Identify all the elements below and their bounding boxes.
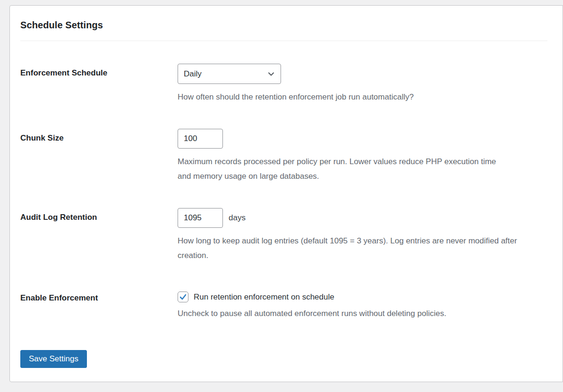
- checkmark-icon: [179, 293, 187, 301]
- title-divider: [20, 41, 547, 41]
- audit-log-retention-label: Audit Log Retention: [20, 208, 178, 222]
- enable-enforcement-label: Enable Enforcement: [20, 290, 178, 303]
- enable-enforcement-checkbox-row[interactable]: Run retention enforcement on schedule: [178, 290, 547, 302]
- enable-enforcement-checkbox-label[interactable]: Run retention enforcement on schedule: [194, 292, 334, 302]
- audit-log-retention-input[interactable]: [178, 208, 223, 228]
- schedule-settings-card: Schedule Settings Enforcement Schedule D…: [9, 5, 563, 382]
- days-suffix-label: days: [229, 213, 246, 223]
- enable-enforcement-help: Uncheck to pause all automated enforceme…: [178, 306, 547, 321]
- page-title: Schedule Settings: [20, 20, 547, 31]
- chunk-size-label: Chunk Size: [20, 129, 178, 143]
- chunk-size-help: Maximum records processed per policy per…: [178, 154, 508, 183]
- enforcement-schedule-select[interactable]: Daily: [178, 64, 281, 84]
- audit-log-retention-help: How long to keep audit log entries (defa…: [178, 234, 544, 263]
- form-row-enforcement-schedule: Enforcement Schedule Daily How often sho…: [20, 64, 547, 104]
- form-row-chunk-size: Chunk Size Maximum records processed per…: [20, 129, 547, 183]
- save-settings-button[interactable]: Save Settings: [20, 350, 87, 368]
- enforcement-schedule-help: How often should the retention enforceme…: [178, 90, 547, 104]
- settings-form: Enforcement Schedule Daily How often sho…: [20, 64, 547, 368]
- enable-enforcement-checkbox[interactable]: [178, 292, 188, 302]
- chunk-size-input[interactable]: [178, 129, 223, 149]
- form-row-enable-enforcement: Enable Enforcement Run retention enforce…: [20, 290, 547, 321]
- enforcement-schedule-label: Enforcement Schedule: [20, 64, 178, 78]
- form-row-audit-log-retention: Audit Log Retention days How long to kee…: [20, 208, 547, 263]
